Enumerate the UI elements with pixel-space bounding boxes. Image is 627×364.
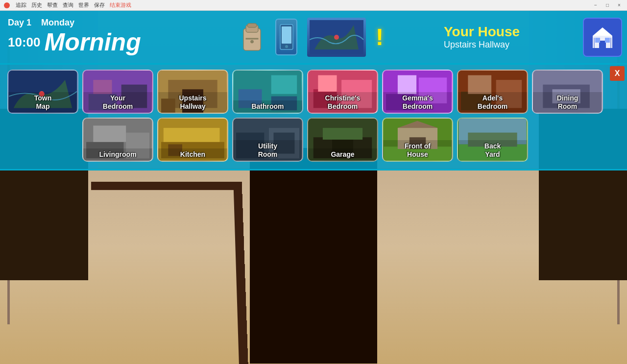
day-of-week: Monday (41, 18, 74, 27)
front-house-label: Front ofHouse (383, 140, 452, 161)
day-number: Day 1 (8, 18, 31, 27)
nav-item-adels-bedroom[interactable]: Adel'sBedroom (457, 70, 528, 114)
menu-bar: 追踪 历史 帮查 查询 世界 保存 结束游戏 (16, 1, 131, 9)
nav-item-livingroom[interactable]: Livingroom (82, 118, 153, 162)
svg-rect-2 (247, 24, 257, 27)
svg-rect-52 (164, 128, 220, 142)
svg-rect-29 (271, 75, 297, 94)
nav-item-gemmas-bedroom[interactable]: Gemma'sBedroom (382, 70, 453, 114)
garage-label: Garage (308, 148, 377, 161)
minimap-icon (307, 18, 366, 57)
svg-rect-6 (282, 26, 291, 44)
period-display: Morning (45, 28, 141, 56)
alert-icon: ! (376, 24, 384, 50)
door-center (250, 148, 377, 364)
menu-query[interactable]: 查询 (63, 1, 73, 9)
town-map-label: TownMap (8, 92, 77, 113)
location-section: Your House Upstairs Hallway (436, 20, 583, 54)
menu-track[interactable]: 追踪 (16, 1, 26, 9)
svg-rect-42 (468, 75, 491, 94)
nav-item-upstairs-hallway[interactable]: UpstairsHallway (157, 70, 228, 114)
menu-help[interactable]: 帮查 (47, 1, 58, 9)
phone-svg (279, 24, 294, 50)
minimize-button[interactable]: − (592, 2, 600, 9)
svg-marker-11 (593, 27, 612, 36)
svg-rect-3 (246, 38, 258, 39)
gemmas-bedroom-label: Gemma'sBedroom (383, 92, 452, 113)
navigation-panel: TownMap YourBedroom UpstairsHa (0, 65, 627, 170)
menu-end[interactable]: 结束游戏 (110, 1, 131, 9)
svg-rect-38 (398, 75, 416, 94)
svg-rect-34 (318, 75, 337, 92)
utility-room-label: UtilityRoom (233, 140, 302, 161)
stair-railing (85, 182, 248, 364)
backpack-item[interactable] (239, 21, 265, 53)
svg-rect-60 (323, 128, 362, 140)
maximize-button[interactable]: □ (603, 2, 611, 9)
title-bar-controls: − □ × (592, 2, 623, 9)
upstairs-hallway-label: UpstairsHallway (158, 92, 227, 113)
nav-item-back-yard[interactable]: BackYard (457, 118, 528, 162)
location-title: Your House (444, 24, 520, 40)
nav-row-2: Livingroom Kitchen UtilityRoom (7, 118, 620, 162)
nav-item-town-map[interactable]: TownMap (7, 70, 78, 114)
time-row: 10:00 Morning (8, 28, 178, 56)
svg-rect-49 (93, 125, 126, 142)
window-icon (4, 2, 10, 8)
svg-rect-12 (599, 41, 606, 48)
svg-point-7 (285, 45, 288, 48)
nav-item-bathroom[interactable]: Bathroom (232, 70, 303, 114)
close-window-button[interactable]: × (615, 2, 623, 9)
nav-item-dining-room[interactable]: DiningRoom (532, 70, 603, 114)
dining-room-label: DiningRoom (533, 92, 602, 113)
svg-rect-14 (605, 38, 610, 43)
map-item[interactable] (307, 18, 366, 57)
nav-item-your-bedroom[interactable]: YourBedroom (82, 70, 153, 114)
svg-point-9 (334, 35, 339, 40)
menu-world[interactable]: 世界 (78, 1, 89, 9)
livingroom-label: Livingroom (83, 148, 152, 161)
title-bar: 追踪 历史 帮查 查询 世界 保存 结束游戏 − □ × (0, 0, 627, 11)
backpack-icon (239, 21, 265, 53)
christines-bedroom-label: Christine'sBedroom (308, 92, 377, 113)
nav-item-front-house[interactable]: Front ofHouse (382, 118, 453, 162)
nav-item-garage[interactable]: Garage (307, 118, 378, 162)
phone-icon (275, 19, 297, 55)
bathroom-label: Bathroom (233, 100, 302, 113)
your-bedroom-label: YourBedroom (83, 92, 152, 113)
day-display: Day 1 Monday (8, 18, 178, 28)
house-icon-button[interactable] (583, 18, 622, 57)
location-subtitle: Upstairs Hallway (444, 40, 509, 50)
nav-item-kitchen[interactable]: Kitchen (157, 118, 228, 162)
svg-point-4 (251, 40, 254, 43)
title-bar-left: 追踪 历史 帮查 查询 世界 保存 结束游戏 (4, 1, 131, 9)
nav-item-christines-bedroom[interactable]: Christine'sBedroom (307, 70, 378, 114)
nav-row-1: TownMap YourBedroom UpstairsHa (7, 70, 620, 114)
back-yard-label: BackYard (458, 140, 527, 161)
alert-item[interactable]: ! (376, 24, 384, 50)
menu-save[interactable]: 保存 (94, 1, 105, 9)
svg-rect-13 (595, 38, 600, 43)
house-svg (590, 25, 615, 49)
game-area: Day 1 Monday 10:00 Morning (0, 11, 627, 364)
nav-item-utility-room[interactable]: UtilityRoom (232, 118, 303, 162)
clock-display: 10:00 (8, 35, 41, 50)
kitchen-label: Kitchen (158, 148, 227, 161)
time-section: Day 1 Monday 10:00 Morning (0, 14, 186, 60)
hud-header: Day 1 Monday 10:00 Morning (0, 11, 627, 65)
hud-icons: ! (186, 18, 436, 57)
map-svg (310, 20, 363, 54)
menu-history[interactable]: 历史 (31, 1, 42, 9)
phone-item[interactable] (275, 19, 297, 55)
close-nav-button[interactable]: X (610, 66, 625, 81)
adels-bedroom-label: Adel'sBedroom (458, 92, 527, 113)
